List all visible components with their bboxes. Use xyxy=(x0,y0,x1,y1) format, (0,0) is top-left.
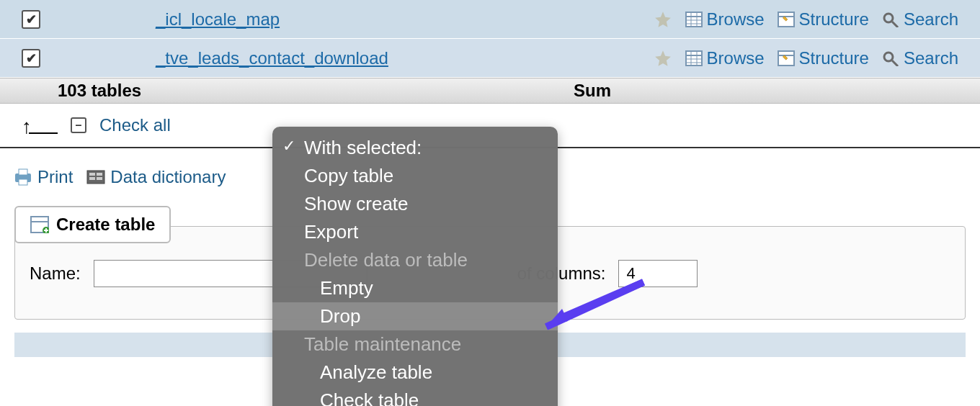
dictionary-icon xyxy=(86,168,106,186)
star-icon[interactable] xyxy=(654,10,672,29)
row-actions: Browse Structure Search xyxy=(654,48,958,68)
structure-link[interactable]: Structure xyxy=(778,9,869,30)
create-table-label: Create table xyxy=(56,215,155,235)
search-link[interactable]: Search xyxy=(882,48,958,68)
table-icon xyxy=(685,12,703,27)
print-link[interactable]: Print xyxy=(13,167,73,187)
table-icon xyxy=(685,50,703,66)
svg-point-8 xyxy=(884,14,893,22)
structure-icon xyxy=(778,50,795,66)
dictionary-link[interactable]: Data dictionary xyxy=(86,167,226,187)
svg-rect-21 xyxy=(19,169,27,175)
with-selected-dropdown: With selected: Copy table Show create Ex… xyxy=(272,127,558,406)
row-checkbox[interactable]: ✔ xyxy=(22,49,40,68)
checkall-label[interactable]: Check all xyxy=(99,115,171,135)
structure-link[interactable]: Structure xyxy=(778,48,869,68)
search-icon xyxy=(882,50,899,66)
svg-rect-22 xyxy=(19,179,27,185)
browse-link[interactable]: Browse xyxy=(685,9,765,30)
dropdown-show-create[interactable]: Show create xyxy=(272,190,558,218)
svg-rect-24 xyxy=(89,173,95,176)
arrow-up-icon: ↑ xyxy=(22,114,58,137)
dictionary-label: Data dictionary xyxy=(110,167,226,187)
svg-rect-26 xyxy=(89,177,95,180)
structure-label: Structure xyxy=(799,48,869,68)
table-count: 103 tables xyxy=(58,81,141,101)
dropdown-check-table[interactable]: Check table xyxy=(272,387,558,406)
dropdown-empty[interactable]: Empty xyxy=(272,274,558,302)
create-table-button[interactable]: Create table xyxy=(14,206,171,243)
printer-icon xyxy=(13,168,33,186)
table-row: ✔ _icl_locale_map Browse Structure Searc… xyxy=(0,0,980,39)
structure-icon xyxy=(778,12,795,27)
sum-label: Sum xyxy=(574,81,611,101)
browse-link[interactable]: Browse xyxy=(685,48,765,68)
row-checkbox[interactable]: ✔ xyxy=(22,10,40,29)
search-link[interactable]: Search xyxy=(882,9,958,30)
dropdown-copy-table[interactable]: Copy table xyxy=(272,162,558,190)
summary-row: 103 tables Sum xyxy=(0,78,980,104)
svg-rect-10 xyxy=(686,51,702,66)
checkall-checkbox[interactable]: – xyxy=(71,117,86,133)
table-name-link[interactable]: _tve_leads_contact_download xyxy=(156,48,654,68)
dropdown-drop[interactable]: Drop xyxy=(272,302,558,330)
dropdown-export[interactable]: Export xyxy=(272,218,558,246)
dropdown-analyze[interactable]: Analyze table xyxy=(272,358,558,387)
star-icon[interactable] xyxy=(654,49,672,68)
svg-rect-25 xyxy=(97,173,102,176)
svg-line-19 xyxy=(892,60,898,66)
name-label: Name: xyxy=(30,263,81,284)
new-table-icon xyxy=(30,216,49,233)
svg-point-18 xyxy=(884,53,893,61)
dropdown-header[interactable]: With selected: xyxy=(272,134,558,162)
search-icon xyxy=(882,12,899,27)
table-name-link[interactable]: _icl_locale_map xyxy=(156,9,654,30)
table-row: ✔ _tve_leads_contact_download Browse Str… xyxy=(0,39,980,78)
svg-rect-27 xyxy=(97,177,102,180)
search-label: Search xyxy=(904,48,958,68)
svg-rect-0 xyxy=(686,12,702,27)
dropdown-group-delete: Delete data or table xyxy=(272,246,558,274)
row-actions: Browse Structure Search xyxy=(654,9,958,30)
browse-label: Browse xyxy=(707,9,765,30)
search-label: Search xyxy=(904,9,958,30)
structure-label: Structure xyxy=(799,9,869,30)
print-label: Print xyxy=(37,167,73,187)
columns-input[interactable] xyxy=(618,260,698,287)
dropdown-group-maintenance: Table maintenance xyxy=(272,330,558,358)
svg-line-9 xyxy=(892,22,898,27)
browse-label: Browse xyxy=(707,48,765,68)
